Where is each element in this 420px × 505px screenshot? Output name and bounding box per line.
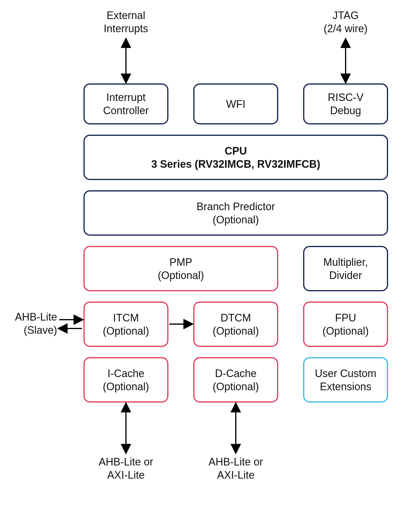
label-jtag: JTAG (2/4 wire) (308, 9, 384, 35)
text: CPU (225, 144, 247, 158)
text: FPU (335, 311, 356, 324)
label-ahb-axi-left: AHB-Lite or AXI-Lite (88, 455, 164, 482)
text: AHB-Lite or (99, 456, 153, 468)
text: User Custom (315, 367, 376, 380)
text: External (107, 9, 145, 21)
text: D-Cache (215, 367, 257, 380)
text: AXI-Lite (107, 469, 145, 481)
box-icache: I-Cache (Optional) (83, 357, 168, 403)
box-pmp: PMP (Optional) (83, 246, 278, 291)
text: (Optional) (213, 380, 259, 393)
text: DTCM (221, 311, 251, 324)
box-dtcm: DTCM (Optional) (193, 302, 278, 347)
text: ITCM (113, 311, 139, 324)
label-ahb-lite-slave: AHB-Lite (Slave) (4, 310, 57, 337)
text: AXI-Lite (217, 469, 255, 481)
box-fpu: FPU (Optional) (303, 302, 388, 347)
text: Divider (329, 269, 362, 282)
text: (Optional) (213, 324, 259, 338)
text: AHB-Lite or (209, 456, 263, 468)
text: (Optional) (103, 324, 149, 338)
text: (2/4 wire) (324, 23, 368, 35)
text: Controller (103, 104, 149, 117)
box-multiplier-divider: Multiplier, Divider (303, 246, 388, 291)
text: Debug (330, 104, 361, 117)
text: Branch Predictor (197, 200, 275, 213)
box-cpu: CPU 3 Series (RV32IMCB, RV32IMFCB) (83, 135, 388, 180)
text: PMP (169, 256, 192, 269)
box-itcm: ITCM (Optional) (83, 302, 168, 347)
diagram-canvas: External Interrupts JTAG (2/4 wire) Inte… (0, 0, 420, 505)
text: I-Cache (107, 367, 144, 380)
text: RISC-V (328, 91, 363, 104)
text: (Optional) (213, 213, 259, 226)
text: Interrupts (104, 23, 148, 35)
label-ahb-axi-right: AHB-Lite or AXI-Lite (198, 455, 274, 482)
text: (Optional) (103, 380, 149, 393)
text: JTAG (332, 9, 358, 21)
text: Extensions (320, 380, 371, 393)
text: (Optional) (158, 269, 204, 282)
text: WFI (226, 97, 245, 111)
text: (Slave) (24, 324, 57, 336)
box-user-custom-extensions: User Custom Extensions (303, 357, 388, 403)
text: 3 Series (RV32IMCB, RV32IMFCB) (151, 158, 320, 171)
box-dcache: D-Cache (Optional) (193, 357, 278, 403)
box-wfi: WFI (193, 83, 278, 124)
text: Multiplier, (323, 256, 368, 269)
text: Interrupt (106, 91, 146, 104)
label-external-interrupts: External Interrupts (88, 9, 164, 35)
text: (Optional) (322, 324, 369, 338)
box-interrupt-controller: Interrupt Controller (83, 83, 168, 124)
box-riscv-debug: RISC-V Debug (303, 83, 388, 124)
text: AHB-Lite (15, 311, 57, 323)
box-branch-predictor: Branch Predictor (Optional) (83, 190, 388, 236)
